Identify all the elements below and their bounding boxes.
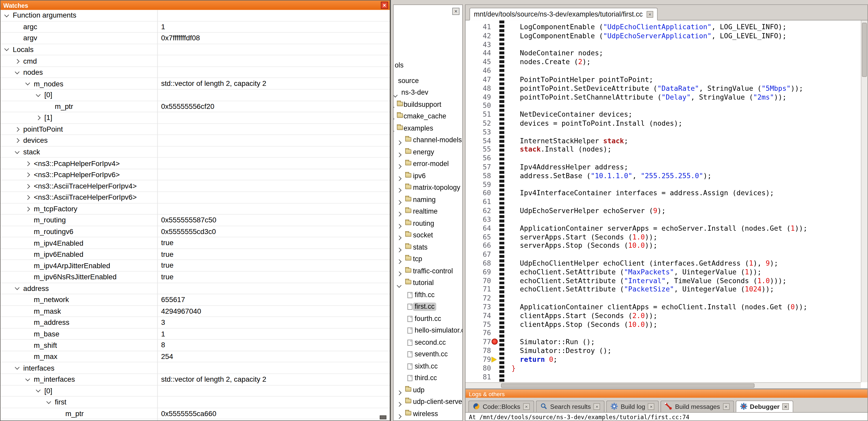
logs-tab-build-messages[interactable]: Build messages <box>661 400 734 412</box>
line-number[interactable]: 54 <box>466 136 491 145</box>
expand-icon[interactable] <box>397 224 401 228</box>
line-number[interactable]: 75 <box>466 320 491 329</box>
expand-icon[interactable] <box>397 176 401 181</box>
expand-icon[interactable] <box>397 414 401 419</box>
tab-close-icon[interactable] <box>648 403 655 410</box>
line-number[interactable]: 66 <box>466 241 491 250</box>
editor-horizontal-scrollbar[interactable] <box>466 382 861 388</box>
code-line[interactable]: 63 <box>466 215 861 224</box>
watch-row[interactable]: <ns3::PcapHelperForIpv6> <box>1 169 390 181</box>
watch-row[interactable]: Locals <box>1 44 390 55</box>
code-line[interactable]: 76 <box>466 329 861 338</box>
code-line[interactable]: 67 <box>466 250 861 259</box>
code-line[interactable]: 48 pointToPoint.SetDeviceAttribute ("Dat… <box>466 84 861 93</box>
watches-column-divider[interactable] <box>157 10 158 420</box>
watch-row[interactable]: m_ptr0x55555556cf20 <box>1 101 390 112</box>
line-number[interactable]: 43 <box>466 40 491 49</box>
tree-item-fourth-cc[interactable]: fourth.cc <box>394 313 462 325</box>
expand-icon[interactable] <box>25 184 30 189</box>
collapse-icon[interactable] <box>15 69 20 74</box>
code-line[interactable]: 49 pointToPoint.SetChannelAttribute ("De… <box>466 93 861 101</box>
line-number[interactable]: 46 <box>466 66 491 75</box>
line-number[interactable]: 55 <box>466 145 491 154</box>
line-number[interactable]: 60 <box>466 189 491 198</box>
line-number[interactable]: 52 <box>466 119 491 128</box>
logs-tab-search-results[interactable]: Search results <box>536 400 604 412</box>
expand-icon[interactable] <box>25 195 30 200</box>
horizontal-scroll-thumb[interactable] <box>501 383 755 388</box>
tree-item-examples[interactable]: examples <box>394 123 462 134</box>
collapse-icon[interactable] <box>25 81 30 85</box>
line-number[interactable]: 50 <box>466 101 491 110</box>
expand-icon[interactable] <box>397 248 401 252</box>
editor-tab-first-cc[interactable]: mnt/dev/tools/source/ns-3-dev/examples/t… <box>469 8 658 21</box>
code-line[interactable]: 45 nodes.Create (2); <box>466 58 861 66</box>
logs-tab-debugger[interactable]: Debugger <box>736 400 794 412</box>
collapse-icon[interactable] <box>46 399 51 404</box>
project-tree-close-icon[interactable] <box>453 8 460 15</box>
expand-icon[interactable] <box>393 117 394 121</box>
collapse-icon[interactable] <box>15 149 20 154</box>
logs-tab-build-log[interactable]: Build log <box>607 400 659 412</box>
tree-item-buildsupport[interactable]: buildsupport <box>394 99 462 111</box>
expand-icon[interactable] <box>397 271 401 276</box>
code-line[interactable]: 80} <box>466 364 861 373</box>
code-line[interactable]: 58 address.SetBase ("10.1.1.0", "255.255… <box>466 171 861 180</box>
tree-item-udp[interactable]: udp <box>394 384 462 396</box>
watch-row[interactable]: address <box>1 283 390 294</box>
code-line[interactable]: 72 <box>466 294 861 302</box>
collapse-icon[interactable] <box>4 46 9 51</box>
line-number[interactable]: 45 <box>466 58 491 66</box>
line-number[interactable]: 42 <box>466 32 491 40</box>
line-number[interactable]: 78 <box>466 346 491 355</box>
line-number[interactable]: 62 <box>466 206 491 215</box>
watches-close-icon[interactable] <box>381 2 388 9</box>
editor-vertical-scrollbar[interactable] <box>861 21 867 382</box>
watch-row[interactable]: first <box>1 397 390 408</box>
code-line[interactable]: 81 <box>466 373 861 382</box>
editor-tab-close-icon[interactable] <box>647 11 653 18</box>
line-number[interactable]: 81 <box>466 373 491 382</box>
tree-item-routing[interactable]: routing <box>394 218 462 230</box>
tree-item-fifth-cc[interactable]: fifth.cc <box>394 289 462 301</box>
code-line[interactable]: 73 ApplicationContainer clientApps = ech… <box>466 302 861 311</box>
code-line[interactable]: 43 <box>466 40 861 49</box>
tab-close-icon[interactable] <box>782 403 789 410</box>
watch-row[interactable]: m_interfacesstd::vector of length 2, cap… <box>1 374 390 385</box>
watch-row[interactable]: m_ipv6NsRsJitterEnabledtrue <box>1 271 390 283</box>
expand-icon[interactable] <box>397 235 401 240</box>
line-number[interactable]: 65 <box>466 232 491 241</box>
code-line[interactable]: 78 Simulator::Destroy (); <box>466 346 861 355</box>
expand-icon[interactable] <box>397 152 401 157</box>
code-line[interactable]: 68 UdpEchoClientHelper echoClient (inter… <box>466 259 861 268</box>
code-line[interactable]: 57 Ipv4AddressHelper address; <box>466 163 861 171</box>
collapse-icon[interactable] <box>393 129 394 133</box>
code-line[interactable]: 74 clientApps.Start (Seconds (2.0)); <box>466 311 861 320</box>
line-number[interactable]: 70 <box>466 277 491 285</box>
tree-item-socket[interactable]: socket <box>394 230 462 241</box>
code-line[interactable]: 47 PointToPointHelper pointToPoint; <box>466 75 861 84</box>
watch-row[interactable]: interfaces <box>1 362 390 374</box>
code-line[interactable]: 69 echoClient.SetAttribute ("MaxPackets"… <box>466 268 861 277</box>
tree-item-source[interactable]: source <box>394 75 462 87</box>
expand-icon[interactable] <box>397 188 401 193</box>
line-number[interactable]: 72 <box>466 294 491 302</box>
collapse-icon[interactable] <box>397 283 401 288</box>
watch-row[interactable]: Function arguments <box>1 10 390 22</box>
watch-row[interactable]: [1] <box>1 112 390 124</box>
line-number[interactable]: 51 <box>466 110 491 119</box>
line-number[interactable]: 41 <box>466 23 491 32</box>
watch-row[interactable]: <ns3::AsciiTraceHelperForIpv6> <box>1 192 390 203</box>
logs-tab-code-blocks[interactable]: Code::Blocks <box>468 400 534 412</box>
expand-icon[interactable] <box>397 200 401 204</box>
line-number[interactable]: 74 <box>466 311 491 320</box>
line-number[interactable]: 56 <box>466 154 491 163</box>
tree-item-wireless[interactable]: wireless <box>394 408 462 420</box>
tree-item-first-cc[interactable]: first.cc <box>394 301 462 313</box>
tree-item-ipv6[interactable]: ipv6 <box>394 170 462 182</box>
code-line[interactable]: 55 stack.Install (nodes); <box>466 145 861 154</box>
watch-row[interactable]: m_ptr0x5555555ca660 <box>1 408 390 419</box>
expand-icon[interactable] <box>36 116 41 120</box>
watch-row[interactable]: m_shift8 <box>1 340 390 351</box>
tree-item-matrix-topology[interactable]: matrix-topology <box>394 182 462 194</box>
